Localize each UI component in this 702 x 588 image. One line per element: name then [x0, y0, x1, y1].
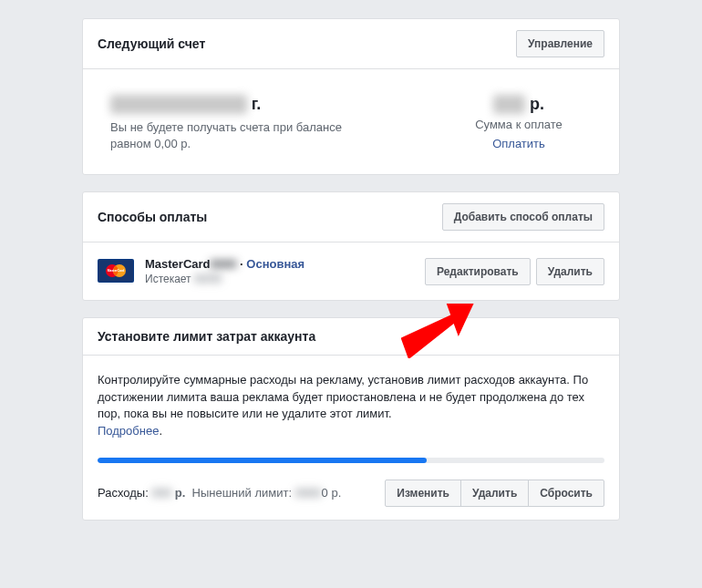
payment-card-actions: Редактировать Удалить: [425, 258, 604, 285]
bill-currency: р.: [530, 95, 544, 113]
spend-limit-actions: Изменить Удалить Сбросить: [385, 480, 604, 507]
delete-card-button[interactable]: Удалить: [536, 258, 604, 285]
pay-link[interactable]: Оплатить: [446, 137, 592, 150]
expenses-hidden: 000: [151, 486, 171, 500]
payment-method-row: MasterCard MasterCard0000 · Основная Ист…: [83, 242, 619, 300]
next-bill-title: Следующий счет: [98, 36, 205, 51]
spend-limit-card: Установите лимит затрат аккаунта Контрол…: [82, 317, 620, 521]
payment-card-info: MasterCard MasterCard0000 · Основная Ист…: [98, 257, 305, 285]
delete-limit-button[interactable]: Удалить: [460, 480, 529, 507]
card-brand: MasterCard: [145, 257, 211, 271]
expenses-currency: р.: [175, 486, 186, 500]
current-limit-label: Нынешний лимит:: [192, 486, 295, 500]
bill-date-suffix: г.: [252, 95, 262, 113]
manage-button[interactable]: Управление: [516, 30, 604, 57]
limit-suffix: 0 р.: [322, 486, 342, 500]
expires-label: Истекает: [145, 273, 191, 285]
expires-hidden: 00/00: [194, 273, 222, 285]
payment-card-text: MasterCard0000 · Основная Истекает 00/00: [145, 257, 305, 285]
next-bill-header: Следующий счет Управление: [83, 19, 619, 69]
next-bill-card: Следующий счет Управление 00 февраля 000…: [82, 18, 620, 175]
learn-more-link[interactable]: Подробнее: [98, 424, 159, 438]
card-number-hidden: 0000: [211, 257, 237, 271]
spend-progress-bar: [98, 458, 604, 463]
payment-methods-title: Способы оплаты: [98, 210, 207, 224]
card-name-line: MasterCard0000 · Основная: [145, 257, 305, 271]
spend-limit-description: Контролируйте суммарные расходы на рекла…: [98, 372, 604, 422]
change-limit-button[interactable]: Изменить: [385, 480, 461, 507]
expenses-label: Расходы:: [98, 486, 151, 500]
bill-zero-balance-note: Вы не будете получать счета при балансе …: [110, 119, 384, 152]
next-bill-body: 00 февраля 0000 г. Вы не будете получать…: [83, 69, 619, 174]
spend-limit-body: Контролируйте суммарные расходы на рекла…: [83, 356, 619, 520]
spend-stats: Расходы: 000 р. Нынешний лимит: 00000 р.: [98, 486, 341, 500]
payment-methods-card: Способы оплаты Добавить способ оплаты Ma…: [82, 191, 620, 301]
bill-date: 00 февраля 0000 г.: [110, 95, 446, 114]
primary-badge: Основная: [246, 257, 305, 271]
card-expires-line: Истекает 00/00: [145, 273, 305, 285]
spend-limit-footer: Расходы: 000 р. Нынешний лимит: 00000 р.…: [98, 480, 604, 507]
bill-amount: 0,00 р.: [446, 95, 592, 114]
card-separator: ·: [236, 257, 246, 271]
next-bill-amount-section: 0,00 р. Сумма к оплате Оплатить: [446, 95, 592, 152]
amount-due-label: Сумма к оплате: [446, 118, 592, 131]
next-bill-date-section: 00 февраля 0000 г. Вы не будете получать…: [110, 95, 446, 152]
reset-limit-button[interactable]: Сбросить: [528, 480, 604, 507]
edit-card-button[interactable]: Редактировать: [425, 258, 531, 285]
payment-methods-header: Способы оплаты Добавить способ оплаты: [83, 192, 619, 242]
mastercard-icon: MasterCard: [98, 259, 134, 283]
svg-text:MasterCard: MasterCard: [108, 269, 125, 273]
bill-amount-hidden: 0,00: [493, 95, 525, 114]
add-payment-method-button[interactable]: Добавить способ оплаты: [442, 203, 604, 231]
learn-more-dot: .: [159, 424, 162, 438]
bill-date-hidden: 00 февраля 0000: [110, 95, 247, 114]
spend-limit-title: Установите лимит затрат аккаунта: [98, 329, 315, 344]
spend-limit-header: Установите лимит затрат аккаунта: [83, 318, 619, 356]
spend-progress-fill: [98, 458, 427, 463]
limit-hidden: 0000: [295, 486, 322, 500]
